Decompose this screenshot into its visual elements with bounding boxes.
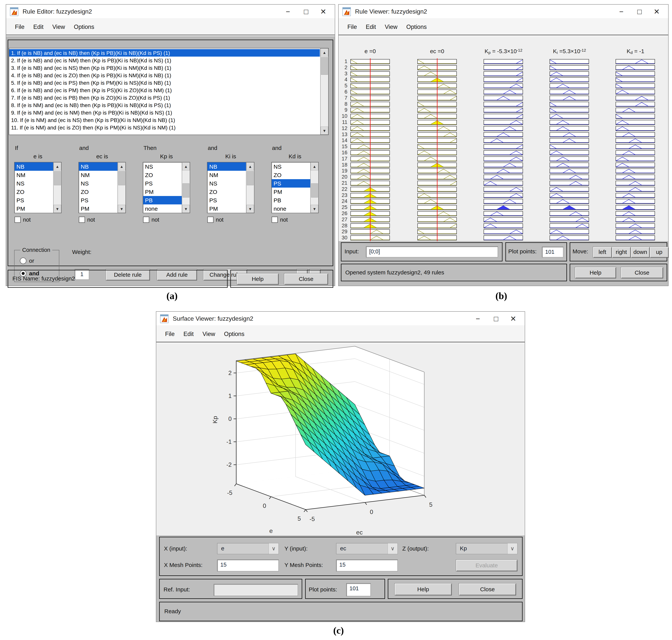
term-listbox-Kp-is[interactable]: NSZOPSPMPBnone▲ ▼ bbox=[143, 162, 190, 213]
chevron-down-icon[interactable]: ∨ bbox=[507, 543, 517, 554]
term-option[interactable]: PS bbox=[272, 179, 310, 188]
scroll-thumb[interactable] bbox=[311, 184, 318, 198]
minimize-icon[interactable]: − bbox=[469, 314, 486, 324]
move-up-button[interactable]: up bbox=[649, 247, 669, 258]
term-option[interactable]: NS bbox=[79, 179, 117, 188]
evaluate-button[interactable]: Evaluate bbox=[456, 559, 517, 571]
listbox-scrollbar[interactable]: ▲ ▼ bbox=[117, 162, 126, 213]
scroll-up-icon[interactable]: ▲ bbox=[182, 162, 190, 170]
maximize-icon[interactable]: □ bbox=[487, 314, 505, 324]
help-button[interactable]: Help bbox=[395, 583, 452, 595]
menu-item-file[interactable]: File bbox=[165, 326, 175, 337]
term-option[interactable]: NM bbox=[208, 171, 246, 179]
term-option[interactable]: ZO bbox=[272, 171, 310, 179]
term-option[interactable]: PM bbox=[15, 204, 53, 213]
scroll-up-icon[interactable]: ▲ bbox=[246, 162, 254, 170]
move-right-button[interactable]: right bbox=[612, 247, 631, 258]
title-bar[interactable]: Rule Viewer: fuzzydesign2 − □ ✕ bbox=[339, 4, 668, 19]
scroll-thumb[interactable] bbox=[247, 171, 254, 185]
rule-list-item[interactable]: 11. If (e is NM) and (ec is ZO) then (Kp… bbox=[9, 124, 320, 131]
move-left-button[interactable]: left bbox=[593, 247, 612, 258]
scroll-down-icon[interactable]: ▼ bbox=[182, 205, 190, 213]
rule-list-item[interactable]: 5. If (e is NB) and (ec is PS) then (Kp … bbox=[9, 79, 320, 86]
scroll-thumb[interactable] bbox=[321, 57, 328, 75]
scroll-down-icon[interactable]: ▼ bbox=[320, 127, 328, 135]
term-listbox-Ki-is[interactable]: NBNMNSZOPSPM▲ ▼ bbox=[207, 162, 254, 213]
help-button[interactable]: Help bbox=[237, 273, 279, 285]
listbox-scrollbar[interactable]: ▲ ▼ bbox=[182, 162, 190, 213]
scroll-down-icon[interactable]: ▼ bbox=[54, 205, 61, 213]
term-option[interactable]: ZO bbox=[79, 188, 117, 196]
term-listbox-e-is[interactable]: NBNMNSZOPSPM▲ ▼ bbox=[14, 162, 61, 213]
term-option[interactable]: PS bbox=[15, 196, 53, 204]
y-input-dropdown[interactable]: ec ∨ bbox=[336, 543, 398, 554]
or-radio[interactable] bbox=[20, 258, 26, 264]
scroll-up-icon[interactable]: ▲ bbox=[54, 162, 61, 170]
x-input-dropdown[interactable]: e ∨ bbox=[217, 543, 279, 554]
rule-list-item[interactable]: 1. If (e is NB) and (ec is NB) then (Kp … bbox=[9, 49, 320, 57]
rule-list-item[interactable]: 2. If (e is NB) and (ec is NM) then (Kp … bbox=[9, 57, 320, 64]
maximize-icon[interactable]: □ bbox=[298, 6, 315, 17]
term-option[interactable]: NS bbox=[208, 179, 246, 188]
scroll-up-icon[interactable]: ▲ bbox=[118, 162, 126, 170]
menu-item-edit[interactable]: Edit bbox=[33, 19, 43, 30]
term-option[interactable]: PB bbox=[272, 196, 310, 204]
not-checkbox[interactable] bbox=[15, 217, 21, 223]
term-option[interactable]: ZO bbox=[15, 188, 53, 196]
term-option[interactable]: ZO bbox=[143, 171, 182, 179]
rule-list-item[interactable]: 8. If (e is NM) and (ec is NB) then (Kp … bbox=[9, 101, 320, 109]
minimize-icon[interactable]: − bbox=[613, 6, 630, 17]
scroll-down-icon[interactable]: ▼ bbox=[246, 205, 254, 213]
scroll-down-icon[interactable]: ▼ bbox=[311, 205, 318, 213]
term-option[interactable]: NB bbox=[208, 162, 246, 171]
rules-listbox[interactable]: 1. If (e is NB) and (ec is NB) then (Kp … bbox=[9, 48, 329, 135]
chevron-down-icon[interactable]: ∨ bbox=[388, 543, 398, 554]
close-icon[interactable]: ✕ bbox=[505, 314, 522, 324]
listbox-scrollbar[interactable]: ▲ ▼ bbox=[53, 162, 61, 213]
menu-item-edit[interactable]: Edit bbox=[184, 326, 194, 337]
menu-item-edit[interactable]: Edit bbox=[366, 19, 376, 30]
close-button[interactable]: Close bbox=[621, 267, 663, 278]
term-option[interactable]: none bbox=[272, 204, 310, 213]
term-option[interactable]: PS bbox=[143, 179, 182, 188]
z-output-dropdown[interactable]: Kp ∨ bbox=[456, 543, 517, 554]
help-button[interactable]: Help bbox=[575, 267, 616, 278]
scroll-down-icon[interactable]: ▼ bbox=[118, 205, 126, 213]
menu-item-options[interactable]: Options bbox=[74, 19, 94, 30]
close-button[interactable]: Close bbox=[284, 273, 328, 285]
move-down-button[interactable]: down bbox=[631, 247, 650, 258]
term-option[interactable]: PM bbox=[272, 188, 310, 196]
scroll-up-icon[interactable]: ▲ bbox=[320, 48, 328, 56]
menu-item-view[interactable]: View bbox=[202, 326, 215, 337]
not-checkbox[interactable] bbox=[272, 217, 278, 223]
term-option[interactable]: PM bbox=[79, 204, 117, 213]
surface-3d-chart[interactable]: 210-1-2-505-505eecKp bbox=[156, 343, 526, 535]
menu-item-options[interactable]: Options bbox=[406, 19, 427, 30]
menu-item-view[interactable]: View bbox=[52, 19, 65, 30]
not-checkbox[interactable] bbox=[143, 217, 149, 223]
y-mesh-field[interactable]: 15 bbox=[336, 559, 398, 571]
not-checkbox[interactable] bbox=[208, 217, 214, 223]
term-option[interactable]: PM bbox=[143, 188, 182, 196]
close-icon[interactable]: ✕ bbox=[648, 6, 665, 17]
title-bar[interactable]: Surface Viewer: fuzzydesign2 − □ ✕ bbox=[156, 312, 525, 326]
menu-item-file[interactable]: File bbox=[347, 19, 357, 30]
menu-item-options[interactable]: Options bbox=[224, 326, 244, 337]
plot-points-field[interactable]: 101 bbox=[542, 247, 563, 257]
term-listbox-ec-is[interactable]: NBNMNSZOPSPM▲ ▼ bbox=[78, 162, 126, 213]
x-mesh-field[interactable]: 15 bbox=[217, 559, 279, 571]
listbox-scrollbar[interactable]: ▲ ▼ bbox=[246, 162, 254, 213]
scroll-thumb[interactable] bbox=[54, 171, 61, 185]
term-option[interactable]: PS bbox=[208, 196, 246, 204]
rule-list-item[interactable]: 7. If (e is NB) and (ec is PB) then (Kp … bbox=[9, 94, 320, 101]
maximize-icon[interactable]: □ bbox=[631, 6, 648, 17]
close-icon[interactable]: ✕ bbox=[315, 6, 332, 17]
menu-item-file[interactable]: File bbox=[15, 19, 25, 30]
scroll-up-icon[interactable]: ▲ bbox=[311, 162, 318, 170]
term-option[interactable]: NS bbox=[15, 179, 53, 188]
input-field[interactable]: [0;0] bbox=[366, 246, 498, 257]
ref-input-field[interactable] bbox=[214, 584, 298, 596]
scroll-thumb[interactable] bbox=[183, 184, 189, 198]
rule-list-item[interactable]: 9. If (e is NM) and (ec is NM) then (Kp … bbox=[9, 109, 320, 116]
not-checkbox[interactable] bbox=[79, 217, 85, 223]
